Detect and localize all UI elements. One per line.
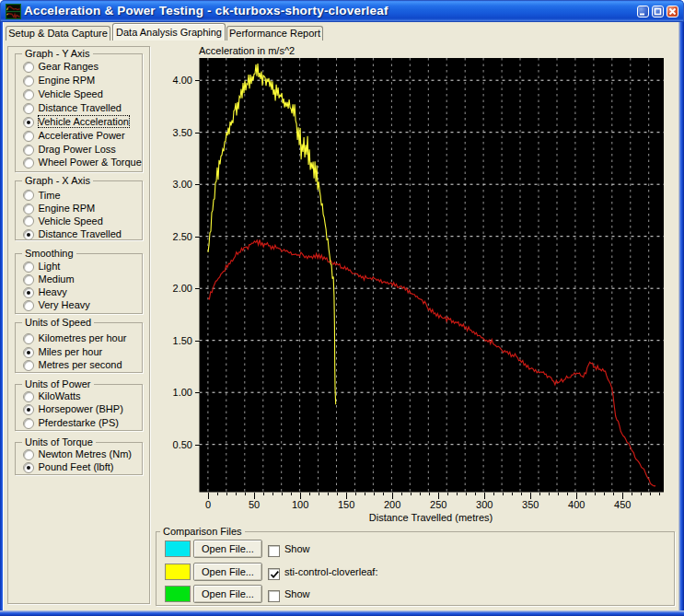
svg-text:100: 100	[292, 499, 308, 510]
svg-text:350: 350	[522, 499, 539, 510]
svg-text:4.00: 4.00	[173, 75, 192, 86]
svg-text:200: 200	[384, 499, 400, 510]
svg-text:1.00: 1.00	[173, 387, 192, 398]
svg-text:150: 150	[338, 499, 354, 510]
svg-text:2.00: 2.00	[173, 283, 192, 294]
svg-text:3.00: 3.00	[173, 179, 192, 190]
svg-text:300: 300	[476, 499, 493, 510]
svg-text:250: 250	[430, 499, 446, 510]
svg-text:50: 50	[249, 499, 260, 510]
svg-text:0: 0	[205, 499, 211, 510]
svg-text:Distance Travelled (metres): Distance Travelled (metres)	[369, 512, 493, 523]
svg-text:400: 400	[568, 499, 585, 510]
svg-text:2.50: 2.50	[173, 231, 192, 242]
svg-text:1.50: 1.50	[173, 335, 192, 346]
svg-text:450: 450	[614, 499, 631, 510]
svg-text:0.50: 0.50	[173, 439, 192, 450]
svg-text:Acceleration in m/s^2: Acceleration in m/s^2	[199, 45, 295, 56]
svg-text:3.50: 3.50	[173, 127, 192, 138]
